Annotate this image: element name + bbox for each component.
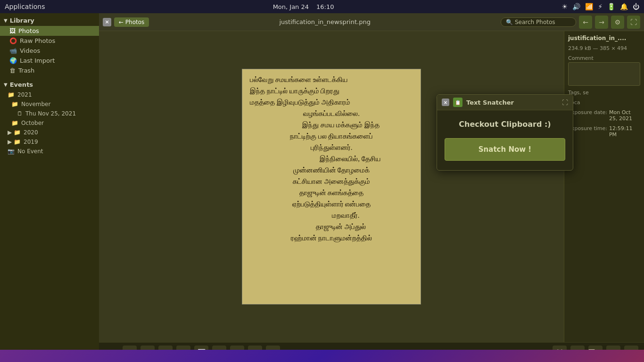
sidebar-2021-label: 2021 — [17, 91, 32, 98]
info-comment-input[interactable] — [568, 62, 640, 86]
photo-toolbar: × ← Photos justification_in_newsprint.pn… — [99, 13, 644, 31]
events-arrow-icon: ▼ — [4, 82, 8, 87]
exposure-date-key: Exposure date: — [568, 109, 607, 115]
ts-body: Checkout Clipboard :) Snatch Now ! — [437, 110, 573, 170]
image-tamil-text: பல்வேறு சமயங்களை உள்ளடக்கிய இந்த நாட்டில… — [242, 69, 421, 304]
library-section[interactable]: ▼ Library — [0, 15, 99, 26]
info-location-label: Loca — [568, 99, 640, 106]
sidebar-year-2020[interactable]: ▶ 📁 2020 — [0, 128, 99, 137]
library-label: Library — [10, 17, 34, 24]
sidebar-item-trash[interactable]: 🗑 Trash — [0, 66, 99, 75]
toolbar-filename: justification_in_newsprint.png — [152, 18, 498, 25]
raw-photos-icon: ⭕ — [9, 37, 17, 44]
settings-button[interactable]: ⚙ — [611, 16, 624, 29]
image-viewer: பல்வேறு சமயங்களை உள்ளடக்கிய இந்த நாட்டில… — [99, 31, 564, 342]
power-icon[interactable]: ⏻ — [633, 3, 639, 10]
topbar-right: ☀ 🔊 📶 ⚡ 🔋 🔔 ⏻ — [562, 3, 639, 10]
info-panel: justification_in_.... 234.9 kB — 385 × 4… — [564, 31, 644, 342]
sidebar-videos-label: Videos — [20, 47, 40, 54]
folder-november-icon: 📁 — [11, 101, 18, 107]
sidebar-no-event-label: No Event — [17, 148, 43, 155]
image-frame: பல்வேறு சமயங்களை உள்ளடக்கிய இந்த நாட்டில… — [242, 69, 421, 304]
info-tags-label: Tags, se — [568, 90, 640, 96]
ts-title: Text Snatcher — [466, 99, 514, 106]
trash-icon: 🗑 — [9, 67, 16, 74]
exposure-date-val: Mon Oct 25, 2021 — [609, 109, 640, 122]
back-button[interactable]: ← — [579, 16, 592, 29]
notifications-icon[interactable]: 🔔 — [620, 3, 628, 10]
info-filename: justification_in_.... — [568, 35, 640, 41]
info-size: 234.9 kB — 385 × 494 — [568, 45, 640, 51]
volume-icon[interactable]: 🔊 — [572, 3, 580, 10]
exposure-time-key: Exposure time: — [568, 125, 607, 132]
sidebar-year-2019[interactable]: ▶ 📁 2019 — [0, 137, 99, 147]
sidebar-item-videos[interactable]: 📹 Videos — [0, 46, 99, 56]
search-placeholder: Search Photos — [515, 19, 555, 25]
no-event-icon: 📷 — [8, 148, 15, 155]
image-info-area: பல்வேறு சமயங்களை உள்ளடக்கிய இந்த நாட்டில… — [99, 31, 644, 342]
topbar-center: Mon, Jan 24 16:10 — [273, 3, 334, 10]
exposure-time-val: 12:59:11 PM — [609, 125, 640, 138]
main-area: ▼ Library 🖼 Photos ⭕ Raw Photos 📹 Videos… — [0, 13, 644, 362]
sidebar: ▼ Library 🖼 Photos ⭕ Raw Photos 📹 Videos… — [0, 13, 99, 362]
file-thu-icon: 🗒 — [17, 110, 23, 117]
topbar-left: Applications — [5, 3, 45, 10]
folder-2020-icon: ▶ 📁 — [8, 129, 21, 136]
info-comment-label: Comment — [568, 55, 640, 61]
wifi-icon[interactable]: 📶 — [585, 3, 593, 10]
app-menu[interactable]: Applications — [5, 3, 45, 10]
topbar-date: Mon, Jan 24 — [273, 3, 309, 10]
photos-icon: 🖼 — [9, 27, 16, 34]
sidebar-2019-label: 2019 — [24, 139, 38, 145]
info-exposure-time-row: Exposure time: 12:59:11 PM — [568, 125, 640, 138]
forward-button[interactable]: → — [595, 16, 608, 29]
sidebar-photos-label: Photos — [18, 27, 39, 34]
info-comment-section: Comment — [568, 55, 640, 86]
bluetooth-icon[interactable]: ⚡ — [598, 3, 603, 10]
sidebar-2020-label: 2020 — [24, 129, 38, 136]
events-label: Events — [10, 81, 33, 88]
events-section[interactable]: ▼ Events — [0, 79, 99, 90]
sidebar-raw-photos-label: Raw Photos — [20, 37, 55, 44]
brightness-icon[interactable]: ☀ — [562, 3, 568, 10]
ts-app-icon: 📋 — [453, 98, 462, 107]
sidebar-october-label: October — [21, 120, 44, 126]
sidebar-item-photos[interactable]: 🖼 Photos — [0, 26, 99, 36]
sidebar-october[interactable]: 📁 October — [0, 118, 99, 128]
ts-message: Checkout Clipboard :) — [459, 120, 551, 129]
ts-titlebar: × 📋 Text Snatcher ⛶ — [437, 95, 573, 110]
sidebar-november-label: November — [21, 101, 50, 107]
content-area: × ← Photos justification_in_newsprint.pn… — [99, 13, 644, 362]
info-exposure-date-row: Exposure date: Mon Oct 25, 2021 — [568, 109, 640, 122]
sidebar-thu-nov-25[interactable]: 🗒 Thu Nov 25, 2021 — [0, 109, 99, 118]
sidebar-item-last-import[interactable]: 🌍 Last Import — [0, 56, 99, 66]
last-import-icon: 🌍 — [9, 57, 17, 64]
library-arrow-icon: ▼ — [4, 18, 8, 23]
search-box[interactable]: 🔍 Search Photos — [501, 17, 576, 27]
sidebar-trash-label: Trash — [18, 67, 34, 74]
ts-expand-button[interactable]: ⛶ — [562, 99, 568, 106]
ts-snatch-button[interactable]: Snatch Now ! — [445, 138, 565, 161]
desktop-background — [0, 350, 644, 362]
system-topbar: Applications Mon, Jan 24 16:10 ☀ 🔊 📶 ⚡ 🔋… — [0, 0, 644, 13]
sidebar-no-event[interactable]: 📷 No Event — [0, 147, 99, 156]
sidebar-thu-nov-label: Thu Nov 25, 2021 — [25, 110, 76, 117]
expand-button[interactable]: ⛶ — [627, 16, 640, 29]
ts-close-button[interactable]: × — [442, 99, 449, 106]
folder-october-icon: 📁 — [11, 120, 18, 126]
sidebar-year-2021[interactable]: 📁 2021 — [0, 90, 99, 99]
folder-2021-icon: 📁 — [8, 91, 15, 98]
sidebar-november[interactable]: 📁 November — [0, 99, 99, 109]
sidebar-item-raw-photos[interactable]: ⭕ Raw Photos — [0, 36, 99, 46]
search-icon: 🔍 — [506, 19, 513, 25]
topbar-time: 16:10 — [316, 3, 334, 10]
videos-icon: 📹 — [9, 47, 17, 54]
text-snatcher-popup: × 📋 Text Snatcher ⛶ Checkout Clipboard :… — [437, 94, 573, 171]
folder-2019-icon: ▶ 📁 — [8, 139, 21, 145]
close-button[interactable]: × — [103, 18, 111, 26]
battery-icon[interactable]: 🔋 — [607, 3, 615, 10]
photos-back-button[interactable]: ← Photos — [114, 17, 149, 27]
sidebar-last-import-label: Last Import — [20, 57, 55, 64]
